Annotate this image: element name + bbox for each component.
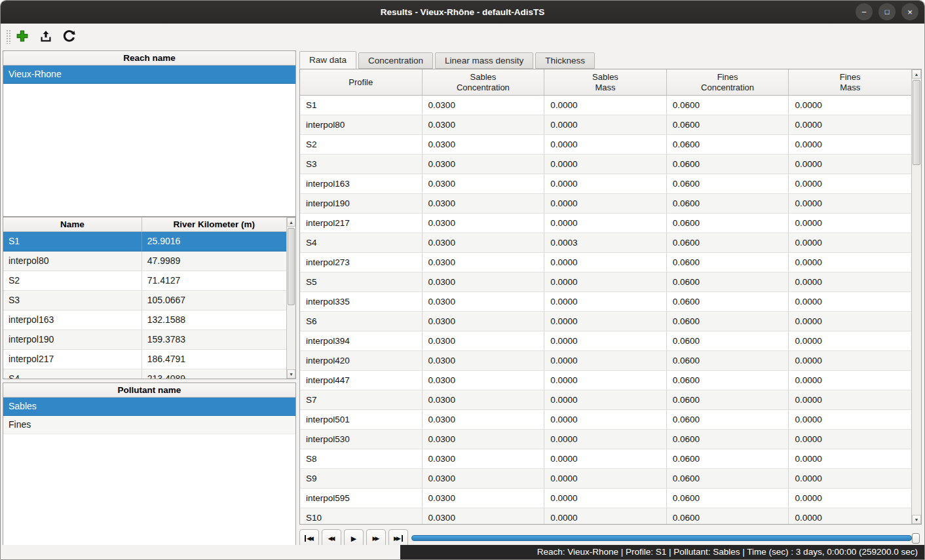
pollutant-panel-header: Pollutant name xyxy=(3,383,295,398)
scrollbar-thumb[interactable] xyxy=(913,80,920,165)
scroll-down-arrow-icon[interactable]: ▼ xyxy=(287,369,295,379)
header-cell[interactable]: SablesConcentration xyxy=(423,69,545,95)
refresh-icon xyxy=(62,29,77,43)
add-button[interactable] xyxy=(13,27,31,45)
close-button[interactable]: × xyxy=(901,3,918,20)
tab-linear-mass-density[interactable]: Linear mass density xyxy=(435,52,533,69)
name-cell: S2 xyxy=(3,271,142,291)
fast-forward-icon: ▶▶ xyxy=(373,536,380,542)
maximize-button[interactable]: □ xyxy=(878,3,896,20)
table-row[interactable]: S271.4127 xyxy=(3,271,286,291)
value-cell: 0.0000 xyxy=(544,115,667,135)
table-row[interactable]: S4213.4089 xyxy=(3,369,286,379)
table-row[interactable]: S125.9016 xyxy=(3,232,286,252)
stations-panel: Name River Kilometer (m) S125.9016interp… xyxy=(3,217,296,379)
window-title: Results - Vieux-Rhône - default-AdisTS xyxy=(1,1,924,24)
table-row[interactable]: S40.03000.00030.06000.0000 xyxy=(300,233,911,253)
table-row[interactable]: S10.03000.00000.06000.0000 xyxy=(300,96,911,115)
table-row[interactable]: interpol5950.03000.00000.06000.0000 xyxy=(300,489,911,508)
table-row[interactable]: interpol8047.9989 xyxy=(3,252,286,271)
scroll-up-arrow-icon[interactable]: ▲ xyxy=(287,217,295,227)
table-row[interactable]: interpol1900.03000.00000.06000.0000 xyxy=(300,194,911,214)
time-slider[interactable] xyxy=(411,532,920,544)
table-row[interactable]: S90.03000.00000.06000.0000 xyxy=(300,469,911,489)
table-row[interactable]: interpol2730.03000.00000.06000.0000 xyxy=(300,253,911,272)
header-cell[interactable]: Profile xyxy=(300,69,423,95)
value-cell: 0.0300 xyxy=(423,351,545,371)
profile-cell: interpol163 xyxy=(300,174,423,194)
table-row[interactable]: interpol190159.3783 xyxy=(3,330,286,350)
table-row[interactable]: interpol5300.03000.00000.06000.0000 xyxy=(300,430,911,449)
slider-handle[interactable] xyxy=(912,533,920,544)
table-row[interactable]: S80.03000.00000.06000.0000 xyxy=(300,449,911,469)
value-cell: 0.0000 xyxy=(789,253,911,272)
export-button[interactable] xyxy=(37,27,54,45)
table-row[interactable]: S60.03000.00000.06000.0000 xyxy=(300,312,911,331)
pollutant-list-item[interactable]: Sables xyxy=(3,398,295,416)
table-row[interactable]: interpol1630.03000.00000.06000.0000 xyxy=(300,174,911,194)
toolbar-drag-handle-icon[interactable] xyxy=(6,29,11,44)
pollutant-list: SablesFines xyxy=(3,398,295,434)
profile-cell: interpol190 xyxy=(300,194,423,214)
value-cell: 0.0000 xyxy=(544,174,667,194)
value-cell: 0.0600 xyxy=(667,253,789,272)
table-row[interactable]: interpol217186.4791 xyxy=(3,350,286,369)
pollutant-list-item[interactable]: Fines xyxy=(3,416,295,434)
minimize-icon: − xyxy=(861,8,867,16)
tab-raw-data[interactable]: Raw data xyxy=(299,51,356,69)
table-row[interactable]: interpol2170.03000.00000.06000.0000 xyxy=(300,214,911,233)
titlebar[interactable]: Results - Vieux-Rhône - default-AdisTS −… xyxy=(1,1,924,24)
minimize-button[interactable]: − xyxy=(856,3,873,20)
tab-concentration[interactable]: Concentration xyxy=(358,52,433,69)
table-row[interactable]: interpol800.03000.00000.06000.0000 xyxy=(300,115,911,135)
scroll-down-arrow-icon[interactable]: ▼ xyxy=(912,515,921,524)
scroll-up-arrow-icon[interactable]: ▲ xyxy=(912,69,921,79)
stations-header-name[interactable]: Name xyxy=(3,217,142,231)
table-row[interactable]: S100.03000.00000.06000.0000 xyxy=(300,508,911,524)
value-cell: 0.0300 xyxy=(423,449,545,469)
value-cell: 0.0000 xyxy=(544,390,667,410)
value-cell: 0.0000 xyxy=(789,508,911,524)
table-row[interactable]: interpol163132.1588 xyxy=(3,310,286,330)
name-cell: S1 xyxy=(3,232,142,252)
value-cell: 0.0000 xyxy=(789,115,911,135)
table-row[interactable]: S50.03000.00000.06000.0000 xyxy=(300,272,911,292)
results-scrollbar[interactable]: ▲ ▼ xyxy=(911,69,921,524)
status-text: Reach: Vieux-Rhone | Profile: S1 | Pollu… xyxy=(537,545,918,559)
stations-scrollbar[interactable]: ▲ ▼ xyxy=(286,217,295,379)
scrollbar-thumb[interactable] xyxy=(288,228,295,305)
table-row[interactable]: interpol3940.03000.00000.06000.0000 xyxy=(300,331,911,351)
km-cell: 25.9016 xyxy=(142,232,286,252)
value-cell: 0.0600 xyxy=(667,155,789,174)
value-cell: 0.0300 xyxy=(423,194,545,214)
header-cell[interactable]: FinesMass xyxy=(789,69,911,95)
value-cell: 0.0600 xyxy=(667,351,789,371)
table-row[interactable]: S20.03000.00000.06000.0000 xyxy=(300,135,911,155)
name-cell: interpol80 xyxy=(3,252,142,271)
name-cell: interpol217 xyxy=(3,350,142,369)
refresh-button[interactable] xyxy=(60,27,78,45)
table-row[interactable]: interpol5010.03000.00000.06000.0000 xyxy=(300,410,911,430)
reach-list-item[interactable]: Vieux-Rhone xyxy=(3,65,295,84)
value-cell: 0.0000 xyxy=(544,194,667,214)
value-cell: 0.0300 xyxy=(423,155,545,174)
value-cell: 0.0000 xyxy=(789,469,911,489)
table-row[interactable]: interpol4470.03000.00000.06000.0000 xyxy=(300,371,911,390)
table-row[interactable]: S30.03000.00000.06000.0000 xyxy=(300,155,911,174)
tab-thickness[interactable]: Thickness xyxy=(535,52,595,69)
value-cell: 0.0000 xyxy=(789,331,911,351)
value-cell: 0.0000 xyxy=(789,449,911,469)
stations-header-km[interactable]: River Kilometer (m) xyxy=(142,217,286,231)
value-cell: 0.0300 xyxy=(423,115,545,135)
table-row[interactable]: interpol3350.03000.00000.06000.0000 xyxy=(300,292,911,312)
skip-end-icon: ▶▶ xyxy=(394,535,403,542)
km-cell: 159.3783 xyxy=(142,330,286,350)
header-cell[interactable]: SablesMass xyxy=(544,69,667,95)
table-row[interactable]: interpol4200.03000.00000.06000.0000 xyxy=(300,351,911,371)
table-row[interactable]: S70.03000.00000.06000.0000 xyxy=(300,390,911,410)
value-cell: 0.0000 xyxy=(544,351,667,371)
table-row[interactable]: S3105.0667 xyxy=(3,291,286,310)
header-line2: Concentration xyxy=(701,83,754,93)
header-cell[interactable]: FinesConcentration xyxy=(667,69,789,95)
value-cell: 0.0300 xyxy=(423,371,545,390)
